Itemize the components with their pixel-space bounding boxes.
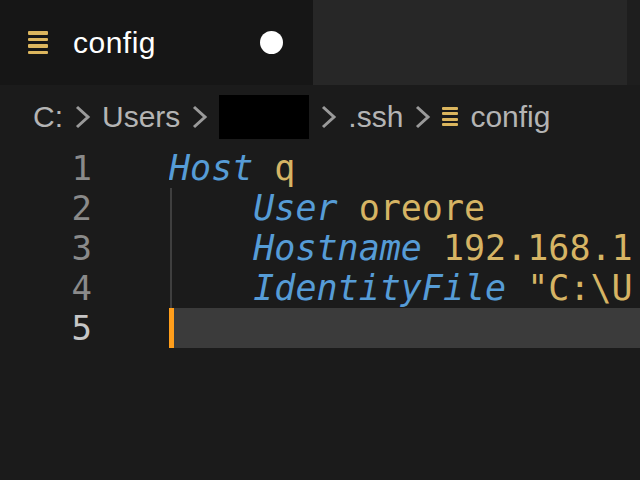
breadcrumb-item-drive[interactable]: C: (33, 100, 63, 134)
chevron-right-icon (191, 103, 208, 131)
breadcrumb-item-username-redacted[interactable] (219, 95, 309, 139)
breadcrumb-item-ssh-folder[interactable]: .ssh (348, 100, 403, 134)
unsaved-changes-dot-icon[interactable] (260, 31, 283, 54)
code-text[interactable]: Host q (169, 148, 640, 188)
line-number[interactable]: 3 (0, 228, 92, 268)
code-text[interactable] (169, 308, 640, 348)
line-number[interactable]: 2 (0, 188, 92, 228)
tab-strip-empty (313, 0, 627, 85)
breadcrumb-file-label: config (470, 100, 550, 134)
config-file-icon (442, 107, 458, 127)
code-editor[interactable]: 1 Host q 2 User oreore 3 Hostname 192.16… (0, 148, 640, 348)
code-line-5-active: 5 (0, 308, 640, 348)
code-text[interactable]: IdentityFile "C:\U (169, 268, 640, 308)
text-cursor (169, 308, 174, 348)
code-line-1: 1 Host q (0, 148, 640, 188)
line-number[interactable]: 4 (0, 268, 92, 308)
tab-strip-edge (627, 0, 640, 85)
tab-label: config (73, 26, 156, 60)
code-text[interactable]: Hostname 192.168.1 (169, 228, 640, 268)
breadcrumb-item-users[interactable]: Users (102, 100, 180, 134)
chevron-right-icon (74, 103, 91, 131)
breadcrumb-item-config-file[interactable]: config (442, 100, 550, 134)
line-number[interactable]: 5 (0, 308, 92, 348)
tab-config[interactable]: config (0, 0, 313, 85)
chevron-right-icon (414, 103, 431, 131)
config-file-icon (28, 31, 48, 54)
tab-bar: config (0, 0, 640, 85)
breadcrumb: C: Users .ssh config (0, 85, 640, 148)
code-text[interactable]: User oreore (169, 188, 640, 228)
code-line-4: 4 IdentityFile "C:\U (0, 268, 640, 308)
line-number[interactable]: 1 (0, 148, 92, 188)
chevron-right-icon (320, 103, 337, 131)
code-line-2: 2 User oreore (0, 188, 640, 228)
code-line-3: 3 Hostname 192.168.1 (0, 228, 640, 268)
